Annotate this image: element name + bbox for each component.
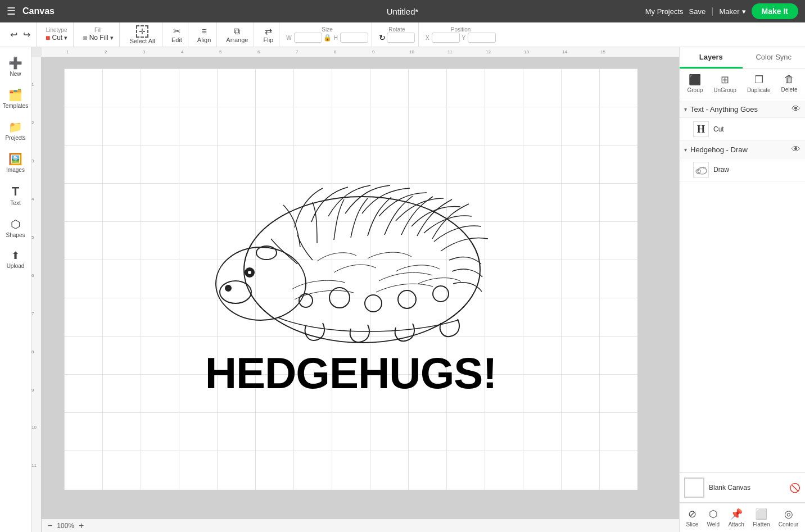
sidebar-item-projects[interactable]: 📁 Projects [1, 116, 30, 145]
sidebar-item-label: Images [6, 167, 25, 173]
undo-icon: ↩ [10, 29, 17, 40]
layer-item-hedgehog-draw[interactable]: Draw [680, 158, 805, 181]
zoom-in-button[interactable]: + [78, 521, 85, 531]
y-input[interactable] [468, 33, 496, 43]
group-tool[interactable]: ⬛ Group [688, 74, 703, 93]
layer-group-hedgehog-header[interactable]: ▾ Hedgehog - Draw 👁 [680, 141, 805, 158]
rotate-input[interactable] [387, 33, 415, 43]
fill-select[interactable]: Fill ■ No Fill ▾ [80, 27, 115, 42]
group-icon: ⬛ [689, 74, 701, 86]
rotate-icon: ↻ [379, 33, 386, 42]
my-projects-link[interactable]: My Projects [645, 7, 684, 16]
width-input[interactable] [294, 33, 322, 43]
templates-icon: 🗂️ [8, 88, 22, 102]
save-button[interactable]: Save [689, 7, 706, 16]
sidebar-item-upload[interactable]: ⬆ Upload [1, 245, 30, 274]
hedgehog-group-chevron-icon: ▾ [684, 147, 687, 153]
arrange-button[interactable]: ⧉ Arrange [224, 25, 250, 44]
slice-tool[interactable]: ⊘ Slice [686, 508, 699, 528]
x-input[interactable] [432, 33, 460, 43]
text-group-vis-icon[interactable]: 👁 [792, 104, 801, 114]
blank-canvas-vis-icon[interactable]: 🚫 [789, 483, 801, 493]
linetype-color-icon: ■ [46, 33, 50, 42]
svg-point-2 [220, 281, 251, 303]
layer-thumb-hedgehog [693, 162, 709, 178]
attach-icon: 📌 [730, 508, 743, 520]
height-input[interactable] [340, 33, 368, 43]
right-panel: Layers Color Sync ⬛ Group ⊞ UnGroup ❐ Du… [679, 47, 805, 532]
canvas-area[interactable]: HEDGEHUGS! [42, 57, 679, 519]
hedgehog-group-vis-icon[interactable]: 👁 [792, 144, 801, 154]
weld-icon: ⬡ [709, 508, 718, 520]
canvas-wrapper[interactable]: 1 2 3 4 5 6 7 8 9 10 11 12 13 14 15 1 2 … [31, 47, 679, 532]
svg-point-9 [398, 290, 416, 308]
shapes-icon: ⬡ [11, 217, 20, 231]
align-button[interactable]: ≡ Align [195, 25, 213, 44]
fill-chevron-icon: ▾ [110, 34, 114, 42]
maker-dropdown[interactable]: Maker ▾ [719, 7, 745, 16]
contour-tool[interactable]: ◎ Contour [779, 508, 799, 528]
text-icon: T [12, 184, 19, 199]
rotate-group: Rotate ↻ [379, 26, 415, 43]
ungroup-icon: ⊞ [721, 74, 729, 86]
sidebar-item-label: Projects [5, 135, 25, 141]
bottom-panel-tools: ⊘ Slice ⬡ Weld 📌 Attach ⬜ Flatten ◎ Cont… [680, 503, 805, 532]
select-all-button[interactable]: ✛ Select All [126, 25, 159, 44]
sidebar-item-new[interactable]: ➕ New [1, 52, 30, 81]
canvas-text: HEDGEHUGS! [205, 348, 497, 399]
arrange-icon: ⧉ [234, 26, 240, 37]
projects-icon: 📁 [8, 120, 22, 134]
layer-group-text-header[interactable]: ▾ Text - Anything Goes 👁 [680, 101, 805, 118]
layers-list: ▾ Text - Anything Goes 👁 H Cut ▾ Hedgeho… [680, 98, 805, 472]
weld-tool[interactable]: ⬡ Weld [707, 508, 720, 528]
redo-icon: ↪ [23, 29, 30, 40]
flip-icon: ⇄ [265, 26, 272, 37]
flatten-icon: ⬜ [755, 508, 767, 520]
tab-color-sync[interactable]: Color Sync [743, 47, 806, 69]
svg-point-8 [365, 295, 382, 312]
sidebar-item-shapes[interactable]: ⬡ Shapes [1, 213, 30, 243]
ruler-top: 1 2 3 4 5 6 7 8 9 10 11 12 13 14 15 [42, 47, 679, 57]
svg-point-5 [225, 285, 231, 291]
svg-point-4 [247, 270, 252, 275]
svg-point-0 [244, 197, 480, 343]
select-all-icon: ✛ [136, 25, 148, 38]
menu-icon[interactable]: ☰ [7, 5, 16, 17]
linetype-select[interactable]: Linetype ■ Cut ▾ [43, 27, 70, 42]
sidebar: ➕ New 🗂️ Templates 📁 Projects 🖼️ Images … [0, 47, 31, 532]
app-name: Canvas [22, 6, 55, 16]
flip-button[interactable]: ⇄ Flip [261, 25, 275, 44]
blank-canvas-row[interactable]: Blank Canvas 🚫 [680, 472, 805, 503]
duplicate-tool[interactable]: ❐ Duplicate [747, 74, 771, 93]
sidebar-item-label: New [10, 71, 21, 77]
images-icon: 🖼️ [8, 152, 22, 166]
main-area: ➕ New 🗂️ Templates 📁 Projects 🖼️ Images … [0, 47, 805, 532]
make-it-button[interactable]: Make It [752, 3, 798, 19]
topbar: ☰ Canvas Untitled* My Projects Save | Ma… [0, 0, 805, 22]
sidebar-item-text[interactable]: T Text [1, 180, 30, 211]
ruler-left: 1 2 3 4 5 6 7 8 9 10 11 [31, 57, 42, 532]
sidebar-item-templates[interactable]: 🗂️ Templates [1, 84, 30, 113]
layer-item-text-cut[interactable]: H Cut [680, 118, 805, 141]
tab-layers[interactable]: Layers [680, 47, 743, 69]
edit-button[interactable]: ✂ Edit [169, 25, 184, 44]
delete-tool[interactable]: 🗑 Delete [781, 74, 798, 93]
ungroup-tool[interactable]: ⊞ UnGroup [713, 74, 736, 93]
delete-icon: 🗑 [784, 74, 794, 85]
canvas-content: HEDGEHUGS! [205, 160, 497, 399]
redo-button[interactable]: ↪ [21, 28, 33, 41]
zoom-out-button[interactable]: − [46, 521, 53, 531]
zoom-level: 100% [57, 522, 74, 530]
maker-chevron-icon: ▾ [742, 7, 746, 16]
hedgehog-svg [205, 160, 497, 351]
size-group: Size W 🔒 H [286, 26, 368, 43]
attach-tool[interactable]: 📌 Attach [728, 508, 744, 528]
svg-point-10 [433, 286, 449, 302]
undo-button[interactable]: ↩ [8, 28, 20, 41]
flatten-tool[interactable]: ⬜ Flatten [753, 508, 770, 528]
canvas-paper[interactable]: HEDGEHUGS! [64, 69, 637, 490]
panel-tabs: Layers Color Sync [680, 47, 805, 69]
sidebar-item-images[interactable]: 🖼️ Images [1, 148, 30, 178]
toolbar: ↩ ↪ Linetype ■ Cut ▾ Fill ■ No Fill ▾ ✛ [0, 22, 805, 47]
panel-toolbar: ⬛ Group ⊞ UnGroup ❐ Duplicate 🗑 Delete [680, 69, 805, 98]
